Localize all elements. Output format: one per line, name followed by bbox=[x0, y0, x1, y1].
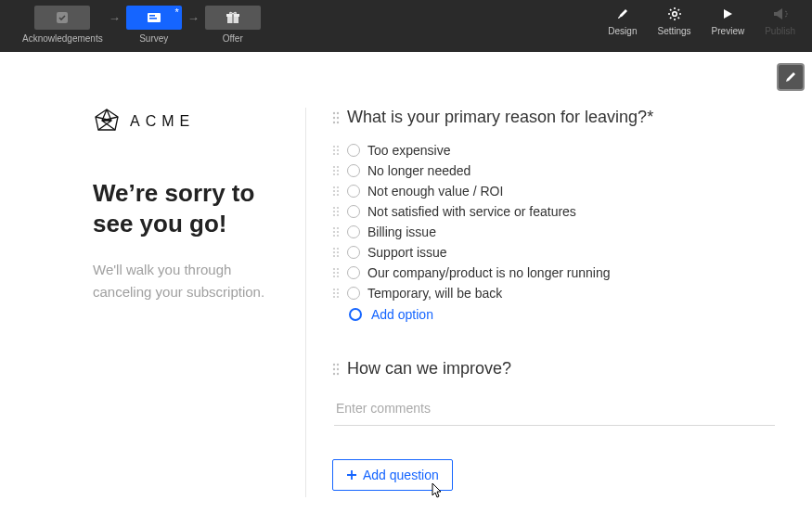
drag-handle-icon[interactable] bbox=[332, 206, 340, 217]
crumb-acknowledgements[interactable]: Acknowledgements bbox=[22, 6, 103, 44]
svg-point-18 bbox=[333, 153, 335, 155]
svg-point-44 bbox=[333, 248, 335, 250]
edit-button[interactable] bbox=[777, 63, 805, 91]
question-1: What is your primary reason for leaving?… bbox=[332, 108, 775, 326]
radio-plus-icon bbox=[349, 308, 362, 321]
svg-point-50 bbox=[333, 268, 335, 270]
svg-point-34 bbox=[333, 211, 335, 212]
svg-point-45 bbox=[337, 248, 339, 250]
svg-point-28 bbox=[333, 190, 335, 192]
crumb-offer[interactable]: Offer bbox=[205, 6, 261, 44]
svg-point-22 bbox=[333, 170, 335, 172]
svg-point-58 bbox=[333, 292, 335, 294]
svg-point-14 bbox=[333, 146, 335, 148]
question-2-title[interactable]: How can we improve? bbox=[347, 359, 511, 378]
svg-point-65 bbox=[337, 367, 339, 369]
svg-point-9 bbox=[337, 111, 339, 113]
svg-point-32 bbox=[333, 207, 335, 209]
vertical-divider bbox=[305, 108, 306, 497]
option-row[interactable]: Billing issue bbox=[332, 222, 775, 242]
preview-button[interactable]: Preview bbox=[712, 6, 745, 36]
svg-point-40 bbox=[333, 231, 335, 233]
radio-icon bbox=[347, 144, 360, 157]
question-1-title[interactable]: What is your primary reason for leaving?… bbox=[347, 108, 653, 127]
cursor-icon bbox=[428, 482, 443, 501]
svg-point-36 bbox=[333, 214, 335, 216]
radio-icon bbox=[347, 225, 360, 238]
play-icon bbox=[719, 6, 736, 22]
svg-point-46 bbox=[333, 251, 335, 253]
logo-icon bbox=[93, 108, 121, 135]
chevron-right-icon: → bbox=[182, 6, 205, 25]
svg-point-63 bbox=[337, 363, 339, 365]
svg-point-49 bbox=[337, 255, 339, 257]
drag-handle-icon[interactable] bbox=[332, 226, 340, 237]
svg-point-20 bbox=[333, 166, 335, 168]
settings-button[interactable]: Settings bbox=[657, 6, 690, 36]
svg-point-29 bbox=[337, 190, 339, 192]
svg-point-7 bbox=[672, 12, 677, 17]
option-row[interactable]: Support issue bbox=[332, 242, 775, 263]
page-subtext: We'll walk you through canceling your su… bbox=[93, 259, 279, 303]
drag-handle-icon[interactable] bbox=[332, 267, 340, 278]
publish-button: Publish bbox=[765, 6, 795, 36]
design-button[interactable]: Design bbox=[608, 6, 637, 36]
option-row[interactable]: Not satisfied with service or features bbox=[332, 201, 775, 222]
svg-point-35 bbox=[337, 211, 339, 212]
option-row[interactable]: Not enough value / ROI bbox=[332, 181, 775, 201]
svg-point-53 bbox=[337, 272, 339, 274]
add-question-label: Add question bbox=[363, 468, 439, 482]
svg-point-13 bbox=[337, 121, 339, 122]
add-question-button[interactable]: Add question bbox=[332, 459, 453, 491]
crumb-offer-label: Offer bbox=[223, 33, 243, 44]
drag-handle-icon[interactable] bbox=[332, 145, 340, 156]
comments-input[interactable]: Enter comments bbox=[334, 391, 775, 426]
option-row[interactable]: Temporary, will be back bbox=[332, 283, 775, 303]
brand-name: ACME bbox=[130, 113, 195, 130]
svg-point-51 bbox=[337, 268, 339, 270]
option-row[interactable]: Too expensive bbox=[332, 140, 775, 160]
option-label: Not satisfied with service or features bbox=[367, 204, 576, 219]
radio-icon bbox=[347, 205, 360, 218]
modified-indicator: * bbox=[174, 6, 178, 18]
drag-handle-icon[interactable] bbox=[332, 165, 340, 176]
drag-handle-icon[interactable] bbox=[332, 111, 340, 124]
svg-point-61 bbox=[337, 296, 339, 298]
option-label: Not enough value / ROI bbox=[367, 184, 503, 199]
option-row[interactable]: No longer needed bbox=[332, 160, 775, 181]
page-heading: We’re sorry to see you go! bbox=[93, 178, 279, 238]
svg-point-66 bbox=[333, 372, 335, 374]
option-label: Billing issue bbox=[367, 225, 436, 239]
plus-icon bbox=[346, 469, 357, 481]
gear-icon bbox=[666, 6, 683, 22]
drag-handle-icon[interactable] bbox=[332, 363, 340, 376]
drag-handle-icon[interactable] bbox=[332, 247, 340, 258]
svg-point-12 bbox=[333, 121, 335, 122]
svg-point-17 bbox=[337, 149, 339, 151]
option-label: Our company/product is no longer running bbox=[367, 265, 610, 280]
drag-handle-icon[interactable] bbox=[332, 186, 340, 197]
add-option-button[interactable]: Add option bbox=[349, 303, 775, 326]
svg-point-47 bbox=[337, 251, 339, 253]
svg-point-15 bbox=[337, 146, 339, 148]
option-label: Too expensive bbox=[367, 143, 451, 158]
svg-point-55 bbox=[337, 276, 339, 277]
brush-icon bbox=[614, 6, 631, 22]
radio-icon bbox=[347, 185, 360, 198]
breadcrumb: Acknowledgements → * Survey → Offer bbox=[22, 6, 261, 44]
svg-point-67 bbox=[337, 372, 339, 374]
option-row[interactable]: Our company/product is no longer running bbox=[332, 263, 775, 283]
svg-point-23 bbox=[337, 170, 339, 172]
crumb-survey[interactable]: * Survey bbox=[126, 6, 182, 44]
option-label: Support issue bbox=[367, 245, 447, 260]
svg-point-57 bbox=[337, 289, 339, 290]
svg-point-48 bbox=[333, 255, 335, 257]
svg-point-25 bbox=[337, 173, 339, 175]
svg-point-11 bbox=[337, 116, 339, 118]
pencil-icon bbox=[784, 71, 797, 83]
drag-handle-icon[interactable] bbox=[332, 288, 340, 299]
svg-rect-3 bbox=[149, 18, 157, 19]
radio-icon bbox=[347, 287, 360, 300]
svg-point-30 bbox=[333, 194, 335, 196]
svg-point-21 bbox=[337, 166, 339, 168]
